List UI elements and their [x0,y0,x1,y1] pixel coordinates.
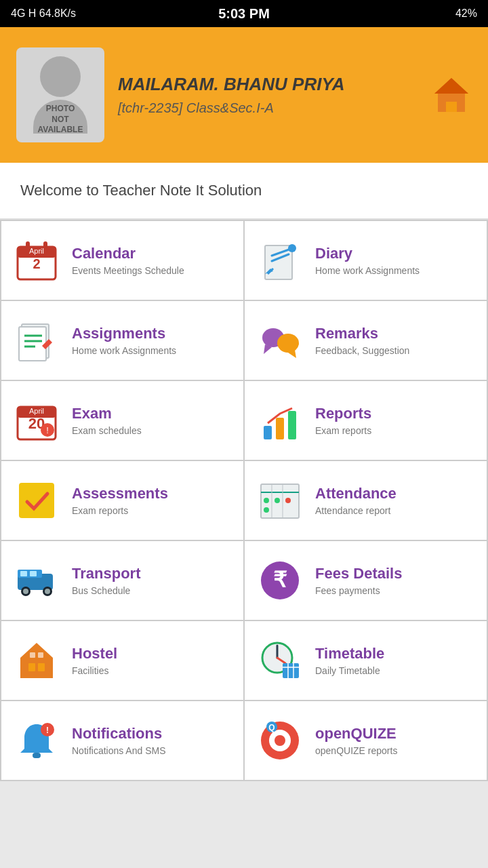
hostel-label: Hostel [72,645,117,663]
assignments-label: Assignments [72,325,176,342]
attendance-sublabel: Attendance report [315,505,396,516]
menu-item-fees[interactable]: ₹ Fees Details Fees payments [245,541,487,620]
reports-sublabel: Exam reports [315,425,371,436]
hostel-info: Hostel Facilities [72,645,117,676]
status-left: 4G H 64.8K/s [11,7,76,20]
svg-text:!: ! [46,726,49,735]
menu-item-notifications[interactable]: ! Notifications Notifications And SMS [1,701,243,780]
notifications-label: Notifications [72,725,166,743]
assessments-sublabel: Exam reports [72,505,168,516]
svg-rect-57 [38,652,43,658]
svg-rect-31 [264,426,272,439]
svg-rect-55 [38,663,45,671]
menu-grid: 2 April Calendar Events Meetings Schedul… [0,220,488,781]
status-right: 42% [455,7,477,20]
menu-item-remarks[interactable]: Remarks Feedback, Suggestion [245,301,487,380]
attendance-label: Attendance [315,485,396,502]
menu-item-reports[interactable]: Reports Exam reports [245,381,487,460]
svg-point-50 [45,589,50,594]
menu-item-assignments[interactable]: Assignments Home work Assignments [1,301,243,380]
openquize-sublabel: openQUIZE reports [315,745,397,756]
assessments-info: Assessments Exam reports [72,485,168,516]
menu-item-transport[interactable]: Transport Bus Schedule [1,541,243,620]
svg-text:Q: Q [268,723,274,732]
openquize-info: openQUIZE openQUIZE reports [315,725,397,756]
menu-item-timetable[interactable]: Timetable Daily Timetable [245,621,487,700]
svg-text:!: ! [46,425,49,435]
menu-item-hostel[interactable]: Hostel Facilities [1,621,243,700]
fees-label: Fees Details [315,565,402,583]
svg-point-23 [277,334,299,353]
reports-icon [256,396,304,445]
reports-label: Reports [315,405,371,422]
svg-rect-34 [19,483,54,518]
exam-info: Exam Exam schedules [72,405,142,436]
menu-item-openquize[interactable]: Q openQUIZE openQUIZE reports [245,701,487,780]
transport-icon [12,556,61,605]
remarks-icon [256,316,304,365]
exam-label: Exam [72,405,142,422]
remarks-label: Remarks [315,325,409,342]
menu-item-exam[interactable]: 20 April ! Exam Exam schedules [1,381,243,460]
notifications-info: Notifications Notifications And SMS [72,725,166,756]
svg-point-42 [264,507,269,513]
assignments-info: Assignments Home work Assignments [72,325,176,356]
openquize-icon: Q [256,716,304,765]
menu-item-attendance[interactable]: Attendance Attendance report [245,461,487,540]
network-info: 4G H 64.8K/s [11,7,76,20]
svg-text:₹: ₹ [273,568,287,592]
svg-marker-2 [434,78,468,94]
header-info: MAILARAM. BHANU PRIYA [tchr-2235] Class&… [118,74,418,116]
reports-info: Reports Exam reports [315,405,371,436]
assignments-sublabel: Home work Assignments [72,345,176,356]
svg-point-48 [23,589,28,594]
timetable-icon [256,636,304,685]
menu-item-diary[interactable]: Diary Home work Assignments [245,221,487,300]
calendar-icon: 2 April [12,236,61,285]
assessments-icon [12,476,61,525]
teacher-id: [tchr-2235] Class&Sec.I-A [118,100,418,116]
menu-item-calendar[interactable]: 2 April Calendar Events Meetings Schedul… [1,221,243,300]
remarks-sublabel: Feedback, Suggestion [315,345,409,356]
fees-sublabel: Fees payments [315,585,402,596]
svg-rect-54 [28,663,35,671]
svg-marker-53 [20,643,53,678]
svg-rect-56 [30,652,35,658]
status-time: 5:03 PM [218,6,270,22]
teacher-name: MAILARAM. BHANU PRIYA [118,74,418,95]
fees-info: Fees Details Fees payments [315,565,402,596]
avatar-text: PHOTONOTAVAILABLE [38,104,83,136]
svg-rect-61 [283,663,299,678]
svg-text:April: April [29,407,44,415]
attendance-info: Attendance Attendance report [315,485,396,516]
transport-info: Transport Bus Schedule [72,565,140,596]
timetable-sublabel: Daily Timetable [315,665,384,676]
diary-sublabel: Home work Assignments [315,265,420,276]
svg-point-41 [285,498,291,503]
attendance-icon [256,476,304,525]
timetable-info: Timetable Daily Timetable [315,645,384,676]
hostel-sublabel: Facilities [72,665,117,676]
calendar-label: Calendar [72,245,184,262]
svg-rect-46 [30,571,37,576]
svg-rect-65 [33,753,41,758]
diary-label: Diary [315,245,420,262]
calendar-sublabel: Events Meetings Schedule [72,265,184,276]
calendar-info: Calendar Events Meetings Schedule [72,245,184,276]
fees-icon: ₹ [256,556,304,605]
svg-rect-1 [446,102,457,112]
assessments-label: Assessments [72,485,168,502]
menu-item-assessments[interactable]: Assessments Exam reports [1,461,243,540]
header: PHOTONOTAVAILABLE MAILARAM. BHANU PRIYA … [0,27,488,163]
notifications-sublabel: Notifications And SMS [72,745,166,756]
svg-point-39 [264,498,269,503]
home-icon[interactable] [431,75,472,115]
svg-point-14 [288,244,296,252]
exam-sublabel: Exam schedules [72,425,142,436]
avatar: PHOTONOTAVAILABLE [16,47,104,142]
svg-text:2: 2 [33,256,40,271]
status-bar: 4G H 64.8K/s 5:03 PM 42% [0,0,488,27]
battery-info: 42% [455,7,477,20]
exam-icon: 20 April ! [12,396,61,445]
svg-rect-16 [19,327,46,361]
